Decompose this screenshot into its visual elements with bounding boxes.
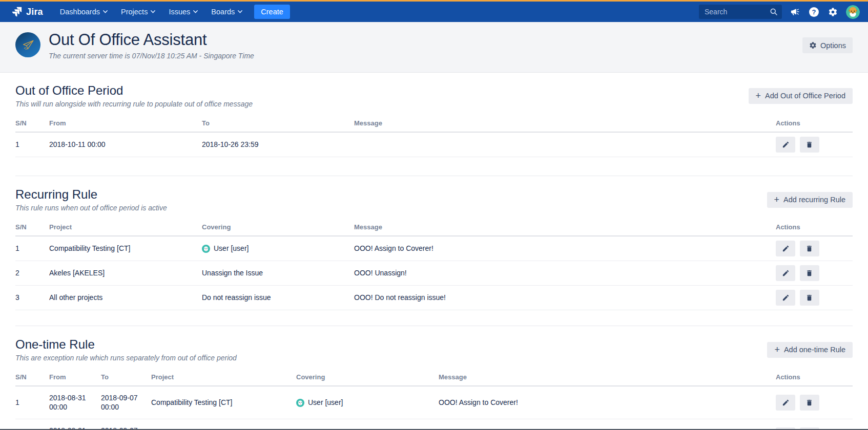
table-row: 2 Akeles [AKELES] Unassign the Issue OOO…	[15, 261, 853, 286]
section-out-of-office-period: Out of Office Period This will run along…	[15, 83, 853, 176]
trash-icon	[805, 245, 813, 252]
create-button[interactable]: Create	[254, 5, 290, 19]
col-sn: S/N	[15, 115, 49, 132]
section-subtitle: This will run alongside with recurring r…	[15, 100, 253, 108]
cell-to: 2018-09-07 00:00	[101, 419, 151, 430]
chevron-down-icon	[193, 10, 198, 13]
covering-label: User [user]	[308, 398, 343, 407]
gear-icon	[828, 7, 838, 17]
question-mark-icon: ?	[809, 7, 819, 17]
page-title-block: Out Of Office Assistant The current serv…	[49, 31, 254, 60]
plus-icon: +	[756, 91, 761, 100]
cell-project: Akeles [AKELES]	[49, 261, 202, 286]
add-recurring-rule-button[interactable]: + Add recurring Rule	[767, 192, 853, 208]
col-actions: Actions	[776, 115, 853, 132]
nav-dashboards-label: Dashboards	[60, 8, 100, 16]
delete-button[interactable]	[800, 290, 819, 306]
cell-message: OOO! Assign to Coverer!	[439, 386, 776, 419]
options-button[interactable]: Options	[802, 37, 853, 53]
delete-button[interactable]	[800, 265, 819, 281]
col-sn: S/N	[15, 219, 49, 236]
jira-home-link[interactable]: Jira	[11, 6, 43, 17]
col-to: To	[101, 369, 151, 386]
col-message: Message	[354, 115, 776, 132]
nav-boards[interactable]: Boards	[205, 5, 248, 19]
table-header-row: S/N From To Message Actions	[15, 115, 853, 132]
settings-button[interactable]	[827, 6, 839, 18]
cell-covering: Unassign the Issue	[202, 261, 354, 286]
section-title: Recurring Rule	[15, 187, 167, 202]
col-project: Project	[49, 219, 202, 236]
nav-boards-label: Boards	[211, 8, 235, 16]
navbar-right-group: ?	[699, 5, 860, 19]
col-from: From	[49, 115, 202, 132]
chevron-down-icon	[103, 10, 108, 13]
user-avatar[interactable]	[846, 5, 860, 19]
section-one-time-rule: One-time Rule This are exception rule wh…	[15, 337, 853, 430]
section-heading-block: One-time Rule This are exception rule wh…	[15, 337, 237, 362]
gear-icon	[809, 41, 817, 49]
table-header-row: S/N From To Project Covering Message Act…	[15, 369, 853, 386]
page-title: Out Of Office Assistant	[49, 31, 254, 49]
nav-issues-label: Issues	[169, 8, 190, 16]
server-time-text: The current server time is 07/Nov/18 10:…	[49, 52, 254, 60]
announcements-button[interactable]	[789, 6, 801, 18]
nav-issues[interactable]: Issues	[163, 5, 203, 19]
cell-actions	[776, 286, 853, 310]
section-subtitle: This are exception rule which runs separ…	[15, 354, 237, 362]
jira-logo-icon	[11, 6, 23, 17]
page-header: Out Of Office Assistant The current serv…	[0, 22, 868, 73]
edit-button[interactable]	[776, 137, 795, 153]
table-row: 1 Compatibility Testing [CT] User [us	[15, 236, 853, 261]
edit-button[interactable]	[776, 265, 795, 281]
section-title: Out of Office Period	[15, 83, 253, 98]
add-button-label: Add recurring Rule	[783, 196, 845, 204]
table-row: 2 2018-08-31 00:00 2018-09-07 00:00 Akel…	[15, 419, 853, 430]
cell-message: OOO! Unassign!	[439, 419, 776, 430]
add-out-of-office-period-button[interactable]: + Add Out of Office Period	[749, 88, 853, 104]
edit-button[interactable]	[776, 241, 795, 256]
add-button-label: Add one-time Rule	[784, 346, 845, 354]
dog-avatar-icon	[846, 5, 860, 19]
delete-button[interactable]	[800, 137, 819, 153]
cell-sn: 1	[15, 132, 49, 157]
edit-button[interactable]	[776, 395, 795, 411]
covering-label: User [user]	[214, 244, 249, 253]
out-of-office-period-table: S/N From To Message Actions 1 2018-10-11…	[15, 115, 853, 157]
nav-dashboards[interactable]: Dashboards	[54, 5, 113, 19]
edit-button[interactable]	[776, 290, 795, 306]
cell-covering: User [user]	[202, 236, 354, 261]
section-divider	[15, 326, 853, 326]
add-one-time-rule-button[interactable]: + Add one-time Rule	[767, 342, 853, 358]
app-icon	[15, 32, 40, 57]
trash-icon	[805, 294, 813, 302]
cell-sn: 1	[15, 236, 49, 261]
main-content: Out of Office Period This will run along…	[0, 83, 868, 430]
delete-button[interactable]	[800, 395, 819, 411]
cell-from: 2018-08-31 00:00	[49, 386, 101, 419]
help-button[interactable]: ?	[808, 6, 820, 18]
cell-message: OOO! Do not reassign issue!	[354, 286, 776, 310]
col-actions: Actions	[776, 219, 853, 236]
paper-plane-icon	[21, 38, 35, 52]
cell-actions	[776, 236, 853, 261]
col-message: Message	[354, 219, 776, 236]
cell-message: OOO! Unassign!	[354, 261, 776, 286]
one-time-rule-table: S/N From To Project Covering Message Act…	[15, 369, 853, 430]
nav-projects[interactable]: Projects	[115, 5, 161, 19]
recurring-rule-table: S/N Project Covering Message Actions 1 C…	[15, 219, 853, 310]
delete-button[interactable]	[800, 241, 819, 256]
nav-projects-label: Projects	[121, 8, 148, 16]
cell-project: Akeles [AKELES]	[151, 419, 296, 430]
cell-message: OOO! Assign to Coverer!	[354, 236, 776, 261]
pencil-icon	[782, 399, 790, 406]
cell-covering: Do not reassign issue	[202, 286, 354, 310]
cell-actions	[776, 132, 853, 157]
col-covering: Covering	[202, 219, 354, 236]
col-message: Message	[439, 369, 776, 386]
col-sn: S/N	[15, 369, 49, 386]
pencil-icon	[782, 141, 790, 148]
search-box	[699, 5, 782, 19]
cell-actions	[776, 261, 853, 286]
section-heading-block: Recurring Rule This rule runs when out o…	[15, 187, 167, 212]
